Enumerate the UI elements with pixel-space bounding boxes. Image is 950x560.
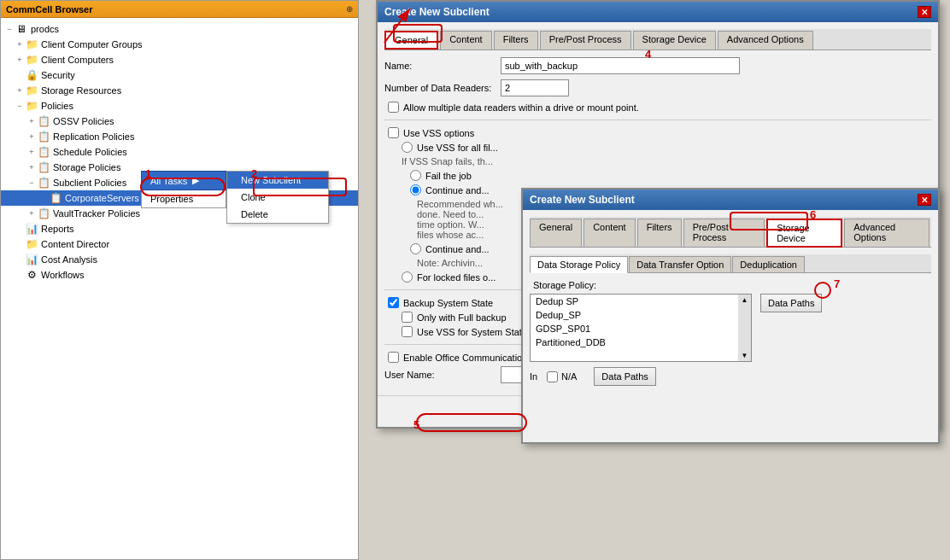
subclient-policies-icon: 📋 <box>37 176 50 190</box>
tree-item-prodcs[interactable]: − 🖥 prodcs <box>1 21 358 37</box>
na-checkbox[interactable] <box>547 371 558 382</box>
backup-system-state-checkbox[interactable] <box>388 297 399 308</box>
storage-resources-label: Storage Resources <box>41 85 121 96</box>
d2-tab-content[interactable]: Content <box>583 219 636 247</box>
tab-filters[interactable]: Filters <box>494 31 538 50</box>
storage-icon: 📁 <box>25 84 38 97</box>
all-tasks-button[interactable]: All Tasks ▶ <box>141 171 226 190</box>
properties-label: Properties <box>150 194 193 204</box>
dialog2-content: General Content Filters Pre/Post Process… <box>523 210 938 398</box>
data-paths-button1[interactable]: Data Paths <box>760 294 822 312</box>
expander-client-computers[interactable]: + <box>15 55 25 64</box>
tree-item-client-computers[interactable]: + 📁 Client Computers <box>1 52 358 67</box>
dropdown-item-gdsp[interactable]: GDSP_SP01 <box>531 322 751 335</box>
allow-multiple-checkbox[interactable] <box>388 102 399 113</box>
expander-schedule[interactable]: + <box>26 148 37 156</box>
tree-item-security[interactable]: 🔒 Security <box>1 67 358 83</box>
tree-item-client-groups[interactable]: + 📁 Client Computer Groups <box>1 37 358 52</box>
new-subclient-item[interactable]: New Subclient <box>227 172 328 189</box>
tree-item-replication[interactable]: + 📋 Replication Policies <box>1 129 358 144</box>
inner-tab-data-storage[interactable]: Data Storage Policy <box>530 256 628 273</box>
dropdown-wrapper: Dedup SP Dedup_SP GDSP_SP01 Partitioned_… <box>530 294 752 362</box>
pin-icon[interactable]: ⊕ <box>346 4 353 14</box>
inner-tab-data-transfer[interactable]: Data Transfer Option <box>629 256 731 272</box>
d2-tab-prepost[interactable]: Pre/Post Process <box>683 219 765 247</box>
clone-item[interactable]: Clone <box>227 189 328 206</box>
tree-item-ossv[interactable]: + 📋 OSSV Policies <box>1 114 358 129</box>
step1-badge: 1 <box>145 167 151 180</box>
corporate-servers-label: CorporateServers <box>65 193 139 203</box>
expander-policies[interactable]: − <box>15 102 25 110</box>
allow-multiple-label: Allow multiple data readers within a dri… <box>403 102 639 113</box>
vss-all-row: Use VSS for all fil... <box>384 142 931 153</box>
tree-area: − 🖥 prodcs + 📁 Client Computer Groups + … <box>1 18 358 559</box>
tree-item-schedule[interactable]: + 📋 Schedule Policies <box>1 144 358 160</box>
expander-ossv[interactable]: + <box>26 117 37 125</box>
expander-storage-resources[interactable]: + <box>15 86 25 95</box>
expander-prodcs[interactable]: − <box>4 25 15 33</box>
tab-storage-device[interactable]: Storage Device <box>633 31 716 50</box>
storage-policy-dropdown[interactable]: Dedup SP Dedup_SP GDSP_SP01 Partitioned_… <box>530 294 752 362</box>
expander-replication[interactable]: + <box>26 132 37 141</box>
expander-subclient-policies[interactable]: − <box>26 178 37 187</box>
reports-icon: 📊 <box>25 222 38 236</box>
continue2-radio[interactable] <box>410 243 421 254</box>
d2-tab-filters[interactable]: Filters <box>637 219 682 247</box>
delete-item[interactable]: Delete <box>227 206 328 223</box>
replication-icon: 📋 <box>37 130 50 143</box>
dialog1-close-button[interactable]: ✕ <box>918 6 931 18</box>
lock-icon: 🔒 <box>25 68 38 82</box>
dropdown-item-partitioned[interactable]: Partitioned_DDB <box>531 335 751 349</box>
dropdown-item-dedup-sp[interactable]: Dedup SP <box>531 295 751 308</box>
step7-badge: 7 <box>834 277 840 290</box>
name-row: Name: <box>384 57 931 74</box>
expander-vaulttracker[interactable]: + <box>26 209 37 218</box>
security-label: Security <box>41 70 75 80</box>
tab-general[interactable]: General <box>384 31 438 50</box>
tree-item-content-director[interactable]: 📁 Content Director <box>1 236 358 252</box>
vaulttracker-icon: 📋 <box>37 207 50 220</box>
dropdown-scroll[interactable]: ▲ ▼ <box>738 294 752 362</box>
use-vss-row: Use VSS options <box>384 127 931 138</box>
context-menu: All Tasks ▶ Properties New Subclient Clo… <box>141 171 329 224</box>
tab-prepost[interactable]: Pre/Post Process <box>540 31 631 50</box>
expander-storage-policies[interactable]: + <box>26 163 37 172</box>
dropdown-item-dedup-sp2[interactable]: Dedup_SP <box>531 308 751 322</box>
content-director-label: Content Director <box>41 239 109 249</box>
only-full-checkbox[interactable] <box>402 312 413 323</box>
subclient-policies-label: Subclient Policies <box>53 178 126 188</box>
properties-button[interactable]: Properties <box>141 190 226 208</box>
enable-ocs-checkbox[interactable] <box>388 352 399 363</box>
allow-multiple-row: Allow multiple data readers within a dri… <box>384 102 931 113</box>
tree-item-policies[interactable]: − 📁 Policies <box>1 98 358 114</box>
d2-tab-advanced[interactable]: Advanced Options <box>844 219 929 247</box>
vss-system-checkbox[interactable] <box>402 326 413 337</box>
tree-item-cost-analysis[interactable]: 📊 Cost Analysis <box>1 252 358 267</box>
all-tasks-label: All Tasks <box>150 176 187 186</box>
folder-icon2: 📁 <box>25 53 38 67</box>
tab-content[interactable]: Content <box>440 31 492 50</box>
tab-advanced-options[interactable]: Advanced Options <box>718 31 813 50</box>
name-input[interactable] <box>501 57 740 74</box>
user-name-label: User Name: <box>384 370 496 380</box>
locked-label: For locked files o... <box>417 272 496 283</box>
tree-item-storage-resources[interactable]: + 📁 Storage Resources <box>1 83 358 98</box>
dialog2-close-button[interactable]: ✕ <box>918 194 931 206</box>
d2-tab-storage-device[interactable]: Storage Device <box>766 219 842 248</box>
fail-job-radio[interactable] <box>410 170 421 181</box>
tree-item-workflows[interactable]: ⚙ Workflows <box>1 267 358 283</box>
use-vss-checkbox[interactable] <box>388 127 399 138</box>
only-full-label: Only with Full backup <box>417 312 507 323</box>
inner-tab-dedup[interactable]: Deduplication <box>732 256 805 272</box>
d2-tab-general[interactable]: General <box>530 219 582 247</box>
expander-client-groups[interactable]: + <box>15 40 25 49</box>
commcell-title: CommCell Browser <box>6 4 92 15</box>
locked-radio[interactable] <box>402 271 413 283</box>
continue1-radio[interactable] <box>410 184 421 195</box>
data-readers-input[interactable] <box>501 79 569 96</box>
vss-all-radio[interactable] <box>402 142 413 153</box>
data-paths-button2[interactable]: Data Paths <box>594 367 655 386</box>
step2-badge: 2 <box>251 167 257 180</box>
all-tasks-arrow: ▶ <box>192 175 199 186</box>
new-subclient-label: New Subclient <box>241 175 301 185</box>
